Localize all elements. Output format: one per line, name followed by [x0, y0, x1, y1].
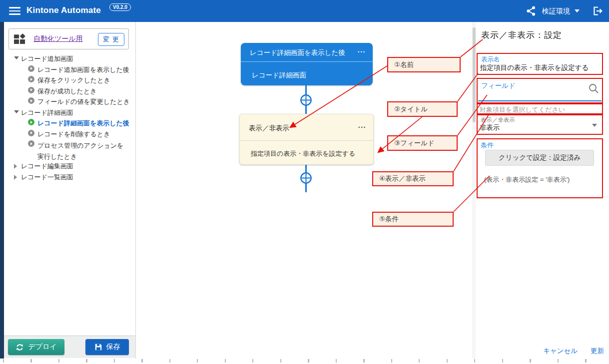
more-horizontal-icon[interactable]: ... — [358, 46, 366, 54]
app-name-link[interactable]: 自動化ツール用 — [33, 34, 83, 43]
action-node-subtitle: 指定項目の表示・非表示を設定する — [251, 149, 355, 158]
play-circle-icon — [28, 87, 34, 93]
plus-circle-icon[interactable] — [300, 94, 312, 106]
scrollbar-thumb[interactable] — [473, 27, 476, 122]
visibility-select[interactable]: 非表示 — [480, 123, 500, 132]
sidebar-footer: デプロイ 保存 — [4, 336, 135, 358]
environment-selector[interactable]: 検証環境 — [542, 7, 570, 16]
hamburger-menu-icon[interactable] — [9, 7, 20, 15]
tree-event[interactable]: プロセス管理のアクションを実行したとき — [4, 139, 135, 160]
action-node-header: 表示／非表示 ... — [240, 114, 373, 141]
tree-expand-icon[interactable] — [14, 175, 17, 180]
tree-event[interactable]: 保存をクリックしたとき — [4, 74, 135, 85]
condition-set-button[interactable]: クリックで設定：設定済み — [485, 150, 594, 166]
display-name-value[interactable]: 指定項目の表示・非表示を設定する — [480, 63, 589, 72]
panel-actions: キャンセル 更新 — [543, 347, 604, 356]
trigger-node-subtitle: レコード詳細画面 — [252, 71, 306, 80]
action-node-title: 表示／非表示 — [249, 124, 289, 133]
condition-expression: (表示・非表示設定 = '非表示') — [484, 175, 570, 184]
app-header: Kintone Automate V0.2.0 検証環境 — [0, 0, 609, 22]
tree-expand-icon[interactable] — [14, 56, 19, 59]
trigger-node-header: レコード詳細画面を表示した後 ... — [241, 43, 373, 62]
condition-label: 条件 — [481, 141, 494, 150]
action-node[interactable]: 表示／非表示 ... 指定項目の表示・非表示を設定する — [239, 114, 374, 165]
panel-title: 表示／非表示：設定 — [481, 29, 562, 41]
display-name-label: 表示名 — [481, 55, 500, 64]
tree-expand-icon[interactable] — [14, 110, 19, 113]
app-title: Kintone Automate — [26, 5, 101, 15]
trigger-node-title: レコード詳細画面を表示した後 — [250, 48, 345, 57]
cancel-button[interactable]: キャンセル — [543, 347, 578, 355]
floppy-disk-icon — [94, 343, 102, 351]
kintone-automate-app: Kintone Automate V0.2.0 検証環境 自動化ツール用 変 更 — [0, 0, 609, 364]
visibility-label: 表示／非表示 — [481, 116, 515, 124]
deploy-button[interactable]: デプロイ — [8, 339, 64, 355]
trigger-node[interactable]: レコード詳細画面を表示した後 ... レコード詳細画面 — [241, 43, 373, 85]
update-button[interactable]: 更新 — [591, 347, 604, 355]
annotation-condition: ⑤条件 — [372, 212, 454, 227]
more-horizontal-icon[interactable]: ... — [358, 121, 366, 129]
tree-event[interactable]: フィールドの値を変更したとき — [4, 96, 135, 106]
tree-event[interactable]: 保存が成功したとき — [4, 85, 135, 96]
annotation-visibility: ④表示／非表示 — [372, 171, 454, 186]
field-placeholder-highlight: 対象項目を選択してください — [477, 103, 603, 114]
field-input-highlight: フィールド — [477, 78, 603, 103]
save-button[interactable]: 保存 — [85, 339, 129, 355]
tree-event[interactable]: レコード追加画面を表示した後 — [4, 64, 135, 74]
chevron-down-icon[interactable] — [592, 124, 597, 127]
tree-expand-icon[interactable] — [14, 164, 17, 169]
play-circle-icon — [28, 140, 34, 147]
search-icon[interactable] — [588, 83, 599, 94]
tree-node-record-edit[interactable]: レコード編集画面 — [4, 160, 135, 171]
scrollbar-track — [472, 22, 476, 359]
play-circle-icon — [28, 119, 34, 125]
change-app-button[interactable]: 変 更 — [98, 33, 124, 46]
app-selector-box: 自動化ツール用 変 更 — [8, 28, 129, 49]
play-circle-icon — [28, 97, 34, 104]
annotation-field: ③フィールド — [387, 135, 458, 151]
play-circle-icon — [28, 65, 34, 72]
sidebar: 自動化ツール用 変 更 レコード追加画面 レコード追加画面を表示した後 保存をク… — [4, 22, 136, 359]
tree-node-record-add[interactable]: レコード追加画面 — [4, 53, 135, 63]
play-circle-icon — [28, 130, 34, 136]
app-grid-icon — [13, 33, 26, 45]
field-label: フィールド — [481, 81, 516, 90]
tree-event-active[interactable]: レコード詳細画面を表示した後 — [4, 117, 135, 128]
chevron-down-icon[interactable] — [575, 9, 580, 12]
panel-divider — [477, 199, 603, 199]
annotation-title: ②タイトル — [387, 101, 458, 117]
display-name-field-highlight: 表示名 指定項目の表示・非表示を設定する — [477, 53, 603, 75]
condition-section-highlight: 条件 クリックで設定：設定済み (表示・非表示設定 = '非表示') — [477, 138, 603, 198]
tree-node-record-list[interactable]: レコード一覧画面 — [4, 171, 135, 182]
flow-canvas: レコード詳細画面を表示した後 ... レコード詳細画面 表示／非表示 ... 指… — [136, 22, 472, 359]
plus-circle-icon[interactable] — [300, 172, 312, 184]
visibility-select-highlight: 表示／非表示 非表示 — [477, 114, 603, 135]
tree-event[interactable]: レコードを削除するとき — [4, 128, 135, 139]
settings-panel: 表示／非表示：設定 表示名 指定項目の表示・非表示を設定する フィールド 対象項… — [476, 22, 609, 359]
collapsed-left-rail — [0, 22, 4, 359]
sync-icon — [15, 343, 24, 352]
field-placeholder: 対象項目を選択してください — [480, 105, 565, 114]
canvas-ruler — [3, 359, 609, 363]
logout-icon[interactable] — [592, 5, 603, 16]
annotation-name: ①名前 — [387, 57, 461, 72]
share-icon[interactable] — [526, 6, 536, 16]
tree-node-record-detail[interactable]: レコード詳細画面 — [4, 107, 135, 117]
field-input[interactable] — [478, 100, 602, 102]
version-badge: V0.2.0 — [109, 3, 131, 11]
play-circle-icon — [28, 76, 34, 82]
